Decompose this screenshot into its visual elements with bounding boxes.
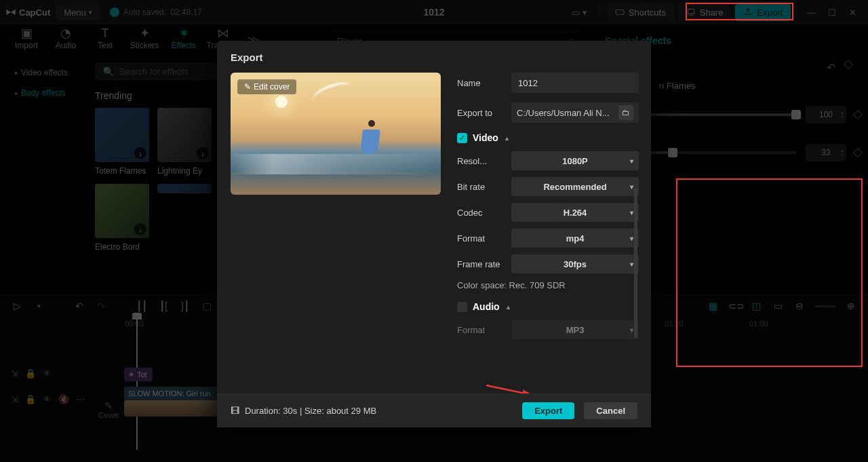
- zoom-in-icon[interactable]: ⊕: [845, 301, 857, 311]
- redo-icon[interactable]: ↷: [95, 301, 107, 311]
- download-icon[interactable]: ↓: [134, 223, 146, 235]
- cancel-button[interactable]: Cancel: [584, 402, 637, 419]
- scrollbar[interactable]: [634, 189, 637, 342]
- playhead[interactable]: [136, 314, 138, 450]
- maximize-button[interactable]: ☐: [822, 2, 842, 22]
- text-icon: T: [85, 26, 125, 41]
- share-button[interactable]: Share: [678, 4, 732, 21]
- split-icon[interactable]: ┃┃: [136, 301, 148, 311]
- menu-button[interactable]: Menu▾: [56, 5, 100, 20]
- dialog-title: Export: [217, 41, 651, 73]
- cover-button[interactable]: ✎Cover: [95, 400, 122, 419]
- slider-1-value[interactable]: 100▴▾: [806, 106, 846, 123]
- keyframe-icon[interactable]: [853, 148, 863, 157]
- video-clip-label[interactable]: SLOW MOTION: Girl run: [124, 387, 219, 400]
- video-section-header[interactable]: ✓ Video ▴: [457, 132, 639, 143]
- effect-thumb[interactable]: ↓Lightning Ey: [157, 108, 212, 176]
- delete-icon[interactable]: ▢: [201, 301, 213, 311]
- exportto-label: Export to: [457, 108, 511, 118]
- keyboard-icon: [615, 7, 625, 17]
- keyframe-icon[interactable]: [853, 110, 863, 119]
- caret-up-icon: ▴: [505, 134, 509, 142]
- lock-icon[interactable]: 🔒: [25, 368, 36, 379]
- tool-stickers[interactable]: ✦Stickers: [125, 24, 164, 50]
- audio-section-header[interactable]: ✓ Audio ▴: [457, 301, 639, 312]
- audio-icon: ◔: [46, 26, 85, 41]
- effect-thumb[interactable]: ↓Totem Flames: [95, 108, 149, 176]
- chevron-down-icon[interactable]: ▾: [33, 303, 45, 309]
- check-icon: ✓: [110, 7, 119, 17]
- eye-icon[interactable]: 👁: [43, 368, 52, 379]
- chevron-down-icon: ▾: [630, 326, 633, 334]
- effect-thumb[interactable]: ↓Electro Bord: [95, 184, 149, 252]
- effect-thumb[interactable]: [157, 184, 212, 252]
- bitrate-select[interactable]: Recommended▾: [511, 177, 639, 196]
- svg-rect-1: [688, 9, 694, 14]
- stickers-icon: ✦: [125, 26, 164, 41]
- edit-cover-button[interactable]: ✎ Edit cover: [237, 79, 296, 94]
- zoom-out-icon[interactable]: ⊖: [793, 301, 806, 311]
- export-dialog: Export ✎ Edit cover Name Export to: [217, 41, 651, 427]
- framerate-select[interactable]: 30fps▾: [511, 254, 639, 273]
- export-confirm-button[interactable]: Export: [522, 402, 574, 419]
- collapse-icon[interactable]: ⇲: [11, 394, 18, 404]
- caret-up-icon: ▴: [507, 303, 510, 311]
- name-input[interactable]: [511, 73, 639, 93]
- tool-effects[interactable]: ✶Effects: [164, 24, 203, 50]
- lock-icon[interactable]: 🔒: [25, 394, 36, 404]
- chevron-down-icon: ▾: [630, 261, 633, 268]
- sidebar-video-effects[interactable]: ▸Video effects: [8, 62, 91, 83]
- app-logo: CapCut: [5, 7, 50, 18]
- mute-icon[interactable]: 🔇: [58, 394, 69, 404]
- eye-icon[interactable]: 👁: [43, 394, 52, 404]
- chevron-down-icon: ▾: [630, 235, 633, 242]
- tl-opt-1[interactable]: ▦: [707, 301, 719, 311]
- codec-label: Codec: [457, 208, 511, 218]
- pencil-icon: ✎: [244, 82, 251, 92]
- tl-opt-2[interactable]: ⊂⊃: [728, 301, 741, 311]
- svg-line-2: [486, 385, 526, 393]
- tl-opt-4[interactable]: ▭: [772, 301, 784, 311]
- cover-preview: ✎ Edit cover: [231, 73, 441, 195]
- close-button[interactable]: ✕: [842, 2, 863, 22]
- zoom-slider[interactable]: [815, 305, 835, 307]
- tl-opt-3[interactable]: ◫: [750, 301, 762, 311]
- download-icon[interactable]: ↓: [134, 147, 146, 159]
- codec-select[interactable]: H.264▾: [511, 203, 639, 222]
- tool-text[interactable]: TText: [85, 24, 125, 50]
- exportto-path[interactable]: C:/Users/Usman Ali N... 🗀: [511, 102, 639, 123]
- share-icon: [686, 7, 696, 17]
- resolution-select[interactable]: 1080P▾: [511, 151, 639, 170]
- minimize-button[interactable]: —: [802, 2, 822, 22]
- sidebar-body-effects[interactable]: ▸Body effects: [8, 83, 91, 103]
- resolution-label: Resol...: [457, 156, 511, 166]
- slider-2-value[interactable]: 33▴▾: [806, 144, 846, 161]
- keyframe-icon[interactable]: [844, 60, 853, 69]
- more-icon[interactable]: ⋯: [76, 394, 85, 404]
- svg-rect-0: [616, 10, 624, 15]
- audio-checkbox[interactable]: ✓: [457, 302, 467, 312]
- pointer-icon[interactable]: ▷: [11, 301, 23, 311]
- effects-icon: ✶: [164, 26, 203, 41]
- folder-icon[interactable]: 🗀: [618, 105, 633, 120]
- audio-format-select[interactable]: MP3▾: [511, 320, 639, 339]
- split-left-icon[interactable]: ┃[: [157, 301, 170, 311]
- video-checkbox[interactable]: ✓: [457, 133, 467, 143]
- format-select[interactable]: mp4▾: [511, 229, 639, 248]
- fx-clip[interactable]: ✶ Tot: [124, 368, 153, 381]
- search-icon: 🔍: [103, 66, 114, 77]
- split-right-icon[interactable]: ]┃: [179, 301, 191, 311]
- export-button-top[interactable]: Export: [735, 4, 791, 21]
- import-icon: ▣: [7, 26, 46, 41]
- collapse-icon[interactable]: ⇲: [11, 368, 18, 379]
- video-clip[interactable]: [124, 400, 218, 417]
- download-icon[interactable]: ↓: [197, 147, 209, 159]
- autosave-status: ✓ Auto saved: 02:48:17: [110, 7, 202, 17]
- chevron-down-icon: ▾: [630, 209, 633, 216]
- tool-audio[interactable]: ◔Audio: [46, 24, 85, 50]
- shortcuts-button[interactable]: Shortcuts: [607, 4, 674, 21]
- undo-icon[interactable]: ↶: [73, 301, 85, 311]
- layout-icon[interactable]: ▭ ▾: [566, 5, 593, 20]
- tool-import[interactable]: ▣Import: [7, 24, 46, 50]
- undo-icon[interactable]: ↶: [827, 61, 835, 74]
